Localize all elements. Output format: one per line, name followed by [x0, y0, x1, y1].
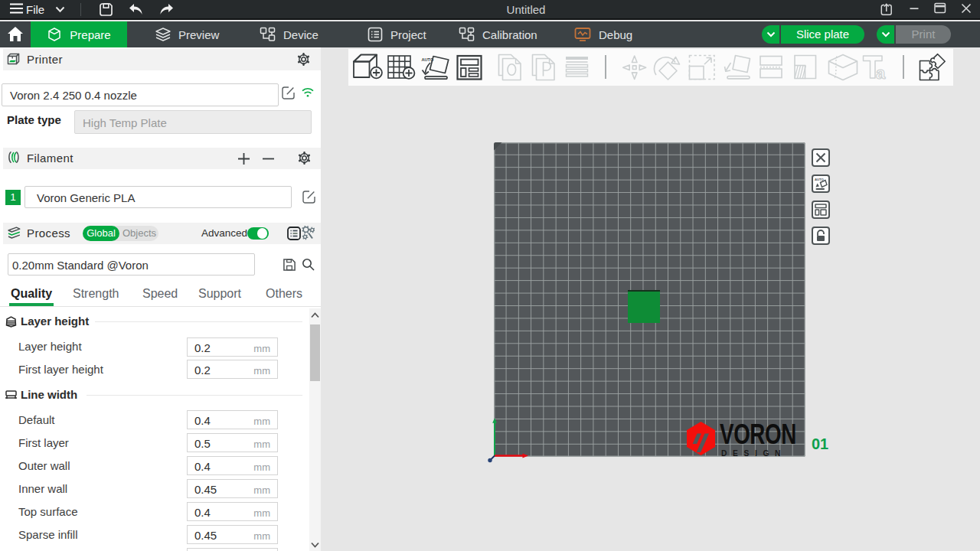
svg-text:AUTO: AUTO	[815, 178, 825, 181]
svg-text:a: a	[876, 64, 886, 80]
